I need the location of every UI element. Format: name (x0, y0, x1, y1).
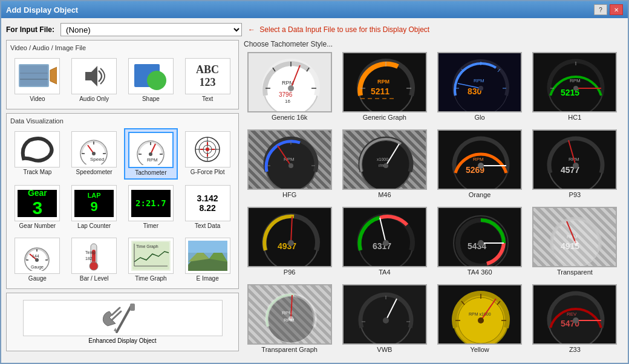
tacho-ta4[interactable]: 6317 TA4 (339, 207, 430, 281)
eimage-label: E Image (197, 275, 219, 282)
timer-item[interactable]: 2:21.7 Timer (124, 182, 178, 232)
enhanced-icon-box (23, 300, 223, 336)
svg-text:RPM: RPM (474, 78, 484, 83)
shape-item[interactable]: Shape (124, 55, 178, 105)
svg-text:RPM: RPM (473, 157, 484, 162)
shape-icon-box (128, 58, 174, 94)
tacho-name-yellow: Yellow (470, 346, 489, 353)
prompt-text: ← Select a Data Input File to use for th… (248, 25, 429, 34)
svg-point-17 (92, 152, 96, 155)
tacho-glo[interactable]: RPM 830 Glo (434, 52, 526, 126)
gauge-item[interactable]: Gauge 144 Gauge (10, 235, 65, 285)
svg-text:RPM: RPM (377, 79, 389, 85)
gear-item[interactable]: Gear 3 Gear Number (10, 182, 65, 232)
gforce-label: G-Force Plot (191, 169, 225, 175)
speedometer-label: Speedometer (76, 169, 112, 175)
tacho-img-hc1: RPM 5215 (532, 52, 617, 112)
tacho-img-transparent: RPM 4915 (532, 207, 617, 267)
gforce-item[interactable]: G-Force Plot (180, 128, 235, 180)
tacho-name-orange: Orange (469, 191, 491, 198)
tacho-svg-hfg: RPM (249, 131, 332, 190)
enhanced-label: Enhanced Display Object (88, 337, 156, 344)
svg-point-25 (149, 152, 152, 156)
svg-point-180 (478, 317, 484, 323)
svg-point-44 (35, 258, 39, 262)
tacho-svg-transparentgraph: RPM RPM (249, 285, 332, 345)
help-button[interactable]: ? (594, 4, 607, 15)
svg-point-124 (383, 163, 388, 168)
tacho-name-transparentgraph: Transparent Graph (261, 346, 318, 353)
bar-item[interactable]: Temp 182 Bar / Level (67, 235, 122, 285)
gforce-icon (185, 131, 230, 167)
tacho-yellow[interactable]: RPM x1000 Yellow (434, 284, 526, 358)
tacho-genericgraph[interactable]: RPM 5211 Generi (339, 52, 430, 126)
tacho-svg-glo: RPM 830 (438, 53, 522, 112)
timegraph-label: Time Graph (135, 275, 166, 282)
eimage-item[interactable]: E Image (180, 235, 235, 285)
right-panel: Choose Tachometer Style... (244, 40, 623, 358)
tachometer-svg: RPM (131, 135, 171, 165)
tacho-name-p93: P93 (569, 191, 581, 198)
svg-point-136 (573, 163, 579, 169)
svg-text:x1000: x1000 (377, 157, 388, 161)
svg-text:5211: 5211 (371, 86, 389, 96)
tacho-name-ta4: TA4 (379, 268, 390, 276)
video-audio-section: Video / Audio / Image File (6, 40, 239, 109)
tacho-transparent[interactable]: RPM 4915 Transparent (529, 207, 621, 281)
svg-point-50 (90, 262, 98, 270)
tacho-img-ta4: 6317 (342, 207, 427, 267)
tacho-img-transparentgraph: RPM RPM (247, 284, 332, 345)
video-item[interactable]: Video (10, 55, 65, 105)
input-file-select[interactable]: (None) (60, 23, 242, 36)
trackmap-icon (15, 131, 60, 167)
text-icon-display: ABC 123 (196, 63, 219, 89)
svg-point-152 (478, 240, 484, 246)
tacho-img-z33: REV 5470 (532, 284, 617, 345)
tacho-name-hc1: HC1 (568, 114, 581, 121)
lap-item[interactable]: LAP 9 Lap Counter (67, 182, 122, 232)
tacho-ta4360[interactable]: 5434 TA4 360 (434, 207, 526, 281)
trackmap-item[interactable]: Track Map (10, 128, 65, 180)
audio-item[interactable]: Audio Only (67, 55, 122, 105)
tachometer-item[interactable]: RPM Tachometer (124, 128, 178, 180)
tacho-svg-hc1: RPM 5215 (533, 53, 617, 112)
tacho-svg-p96: 4937 (249, 208, 332, 267)
tacho-img-genericgraph: RPM 5211 (342, 52, 427, 112)
timegraph-icon-box: Time Graph (128, 238, 174, 274)
svg-rect-2 (20, 65, 48, 86)
svg-point-162 (288, 316, 293, 321)
timer-display: 2:21.7 (131, 190, 171, 217)
data-viz-section: Data Visualization Track Map (6, 113, 239, 289)
tacho-hfg[interactable]: RPM HFG (244, 129, 335, 203)
tacho-z33[interactable]: REV 5470 Z33 (529, 284, 621, 358)
svg-point-146 (383, 240, 389, 246)
tacho-name-m46: M46 (378, 191, 391, 198)
svg-text:144: 144 (32, 254, 39, 258)
tacho-orange[interactable]: RPM 5269 Orange (434, 129, 526, 203)
speedometer-item[interactable]: Speed Speedometer (67, 128, 122, 180)
tacho-vwb[interactable]: VWB (339, 284, 430, 358)
enhanced-item[interactable]: Enhanced Display Object (10, 297, 235, 347)
lap-icon-box: LAP 9 (71, 185, 117, 221)
close-button[interactable]: ✕ (610, 4, 623, 15)
svg-text:RPM: RPM (147, 157, 158, 163)
main-window: Add Display Object ? ✕ For Input File: (… (0, 0, 629, 364)
svg-text:Gauge: Gauge (31, 265, 44, 270)
tacho-transparentgraph[interactable]: RPM RPM Transparent Graph (244, 284, 335, 358)
bar-icon-box: Temp 182 (71, 238, 117, 274)
timegraph-item[interactable]: Time Graph Time Graph (124, 235, 178, 285)
tacho-p96[interactable]: 4937 P96 (244, 207, 335, 281)
tacho-generic16k[interactable]: RPM 3796 16 Generic 16k (244, 52, 335, 126)
text-item[interactable]: ABC 123 Text (180, 55, 235, 105)
tacho-name-vwb: VWB (377, 346, 392, 353)
textdata-item[interactable]: 3.142 8.22 Text Data (180, 182, 235, 232)
tacho-m46[interactable]: x1000 r/min M46 (339, 129, 430, 203)
tacho-p93[interactable]: RPM 4577 P93 (529, 129, 621, 203)
title-bar: Add Display Object ? ✕ (1, 1, 628, 18)
tacho-img-hfg: RPM (247, 129, 332, 190)
tacho-img-ta4360: 5434 (437, 207, 522, 267)
tachometer-label: Tachometer (135, 169, 166, 176)
gear-display: Gear 3 (18, 190, 57, 217)
tacho-hc1[interactable]: RPM 5215 HC1 (529, 52, 621, 126)
window-body: For Input File: (None) ← Select a Data I… (1, 18, 628, 363)
